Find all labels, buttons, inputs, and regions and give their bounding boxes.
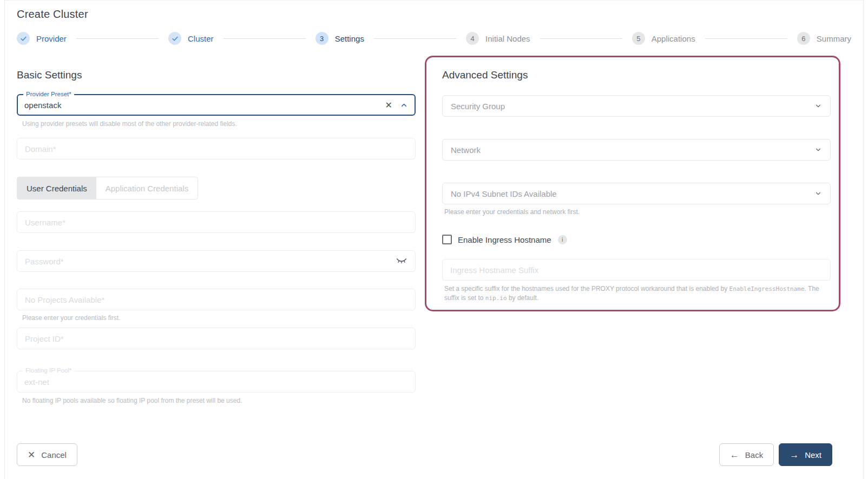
helper-code: nip.io bbox=[485, 295, 507, 302]
basic-settings-heading: Basic Settings bbox=[17, 69, 416, 81]
advanced-settings-highlight: Advanced Settings Security Group Network… bbox=[425, 56, 840, 311]
credentials-tabs: User Credentials Application Credentials bbox=[17, 177, 198, 199]
step-settings[interactable]: 3 Settings bbox=[315, 32, 364, 45]
step-label: Provider bbox=[36, 34, 67, 43]
step-label: Initial Nodes bbox=[485, 34, 530, 43]
step-summary[interactable]: 6 Summary bbox=[797, 32, 851, 45]
check-icon bbox=[17, 32, 30, 45]
step-connector bbox=[223, 38, 306, 39]
info-icon[interactable]: i bbox=[558, 235, 567, 244]
step-connector bbox=[540, 38, 622, 39]
ipv4-subnet-placeholder: No IPv4 Subnet IDs Available bbox=[451, 189, 557, 198]
step-label: Summary bbox=[817, 34, 851, 43]
step-number: 3 bbox=[315, 32, 328, 45]
ingress-suffix-helper: Set a specific suffix for the hostnames … bbox=[442, 284, 831, 303]
floating-ip-pool-input bbox=[24, 377, 408, 387]
step-label: Cluster bbox=[188, 34, 214, 43]
arrow-right-icon: → bbox=[790, 450, 799, 460]
close-icon: ✕ bbox=[28, 450, 35, 460]
security-group-placeholder: Security Group bbox=[451, 102, 505, 111]
step-initial-nodes[interactable]: 4 Initial Nodes bbox=[466, 32, 530, 45]
project-select-field bbox=[17, 289, 416, 310]
cancel-label: Cancel bbox=[41, 450, 67, 460]
enable-ingress-hostname-checkbox[interactable] bbox=[442, 235, 452, 244]
tab-user-credentials[interactable]: User Credentials bbox=[17, 177, 96, 199]
chevron-up-icon[interactable] bbox=[397, 101, 408, 109]
next-button[interactable]: → Next bbox=[779, 443, 832, 466]
clear-icon[interactable]: ✕ bbox=[381, 100, 397, 110]
floating-ip-pool-label: Floating IP Pool* bbox=[23, 367, 74, 374]
subnet-helper: Please enter your credentials and networ… bbox=[442, 208, 831, 216]
network-select[interactable]: Network bbox=[442, 139, 831, 161]
username-field bbox=[17, 211, 416, 233]
step-provider[interactable]: Provider bbox=[17, 32, 67, 45]
helper-text: by default. bbox=[507, 294, 539, 302]
security-group-select[interactable]: Security Group bbox=[442, 95, 831, 117]
project-id-field bbox=[17, 328, 416, 349]
provider-preset-label: Provider Preset* bbox=[23, 90, 74, 98]
wizard-footer: ✕ Cancel ← Back → Next bbox=[17, 443, 851, 466]
page-title: Create Cluster bbox=[17, 8, 851, 21]
step-cluster[interactable]: Cluster bbox=[168, 32, 214, 45]
provider-preset-field[interactable]: Provider Preset* ✕ bbox=[17, 94, 416, 116]
floating-ip-pool-field: Floating IP Pool* bbox=[17, 371, 416, 392]
step-number: 5 bbox=[632, 32, 645, 45]
step-number: 4 bbox=[466, 32, 479, 45]
password-field bbox=[17, 250, 416, 272]
step-connector bbox=[705, 38, 787, 39]
chevron-down-icon bbox=[814, 190, 822, 197]
step-connector bbox=[374, 38, 456, 39]
network-placeholder: Network bbox=[451, 145, 481, 155]
footer-right-group: ← Back → Next bbox=[719, 443, 832, 466]
back-button[interactable]: ← Back bbox=[719, 443, 774, 466]
project-helper: Please enter your credentials first. bbox=[17, 314, 416, 322]
chevron-down-icon bbox=[814, 102, 822, 110]
cancel-button[interactable]: ✕ Cancel bbox=[17, 443, 77, 466]
tab-application-credentials[interactable]: Application Credentials bbox=[96, 177, 198, 199]
enable-ingress-hostname-label: Enable Ingress Hostname bbox=[458, 235, 551, 244]
arrow-left-icon: ← bbox=[730, 450, 739, 460]
floating-ip-pool-helper: No floating IP pools available so floati… bbox=[17, 397, 416, 404]
step-label: Settings bbox=[335, 34, 364, 43]
ingress-hostname-suffix-field bbox=[442, 259, 831, 281]
back-label: Back bbox=[745, 450, 763, 460]
step-label: Applications bbox=[652, 34, 695, 43]
check-icon bbox=[168, 32, 181, 45]
next-label: Next bbox=[805, 450, 821, 460]
ipv4-subnet-select[interactable]: No IPv4 Subnet IDs Available bbox=[442, 183, 831, 204]
domain-field bbox=[17, 138, 416, 159]
provider-preset-input[interactable] bbox=[24, 101, 381, 110]
chevron-down-icon bbox=[814, 146, 822, 154]
basic-settings-section: Basic Settings Provider Preset* ✕ Using … bbox=[17, 56, 416, 404]
step-number: 6 bbox=[797, 32, 810, 45]
enable-ingress-hostname-row: Enable Ingress Hostname i bbox=[442, 235, 831, 244]
step-connector bbox=[76, 38, 159, 39]
eye-closed-icon[interactable] bbox=[396, 257, 407, 264]
password-field-wrap bbox=[17, 250, 416, 272]
helper-text: Set a specific suffix for the hostnames … bbox=[444, 285, 729, 292]
advanced-settings-heading: Advanced Settings bbox=[442, 69, 831, 81]
provider-preset-helper: Using provider presets will disable most… bbox=[17, 120, 416, 128]
wizard-stepper: Provider Cluster 3 Settings 4 Initial No… bbox=[17, 32, 851, 45]
helper-code: EnableIngressHostname bbox=[729, 285, 805, 292]
create-cluster-wizard: Create Cluster Provider Cluster 3 Settin… bbox=[4, 0, 864, 479]
step-applications[interactable]: 5 Applications bbox=[632, 32, 695, 45]
settings-columns: Basic Settings Provider Preset* ✕ Using … bbox=[17, 56, 851, 404]
